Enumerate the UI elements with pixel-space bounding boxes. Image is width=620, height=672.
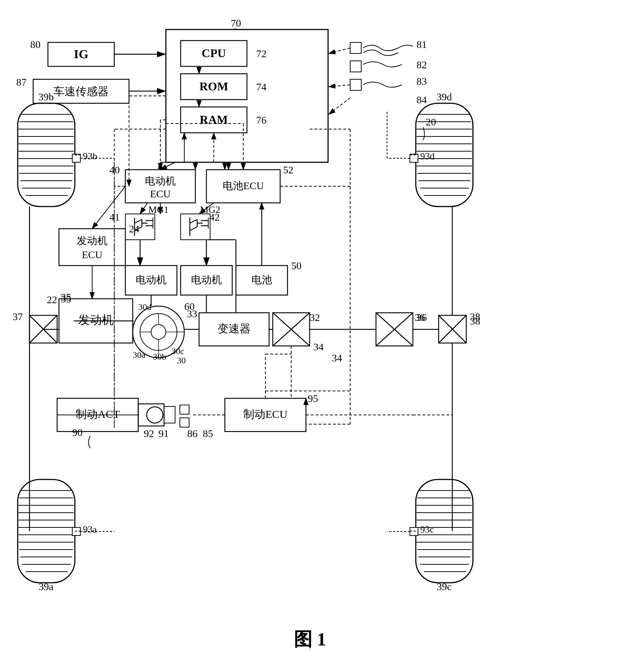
svg-text:电动机: 电动机	[145, 175, 176, 187]
svg-text:91: 91	[159, 428, 169, 439]
svg-text:ROM: ROM	[199, 80, 228, 93]
svg-text:90: 90	[72, 427, 83, 438]
svg-text:85: 85	[203, 428, 213, 439]
svg-text:30d: 30d	[138, 302, 151, 312]
svg-text:ECU: ECU	[150, 188, 171, 200]
svg-rect-120	[18, 103, 75, 207]
svg-line-245	[140, 203, 147, 214]
svg-line-58	[190, 219, 197, 223]
svg-text:81: 81	[417, 39, 427, 50]
svg-text:电动机: 电动机	[191, 274, 222, 285]
svg-text:93b: 93b	[83, 151, 97, 162]
svg-text:制动ECU: 制动ECU	[243, 408, 288, 420]
svg-text:36: 36	[417, 312, 427, 323]
svg-text:52: 52	[283, 164, 293, 176]
svg-text:电池: 电池	[251, 274, 272, 285]
svg-text:30c: 30c	[171, 346, 184, 356]
svg-rect-150	[410, 154, 418, 162]
svg-text:RAM: RAM	[200, 113, 228, 126]
svg-line-244	[92, 186, 125, 229]
svg-text:32: 32	[310, 312, 320, 323]
svg-text:车速传感器: 车速传感器	[53, 85, 109, 97]
svg-text:电池ECU: 电池ECU	[223, 180, 264, 191]
svg-text:变速器: 变速器	[217, 322, 251, 335]
svg-point-185	[147, 407, 163, 423]
svg-text:30: 30	[177, 356, 186, 365]
svg-text:84: 84	[417, 94, 427, 105]
svg-text:93c: 93c	[420, 524, 434, 535]
svg-text:93d: 93d	[420, 151, 435, 162]
svg-line-29	[329, 98, 350, 114]
svg-line-27	[329, 85, 350, 87]
svg-line-22	[329, 48, 350, 53]
svg-rect-186	[164, 406, 175, 423]
svg-rect-134	[72, 154, 80, 162]
svg-text:35: 35	[61, 291, 71, 303]
svg-text:39d: 39d	[436, 91, 452, 103]
svg-rect-184	[138, 404, 164, 426]
svg-rect-25	[350, 79, 361, 90]
svg-text:50: 50	[291, 260, 302, 271]
svg-text:76: 76	[256, 114, 267, 126]
svg-line-48	[135, 219, 142, 223]
svg-text:92: 92	[144, 428, 154, 439]
svg-text:39c: 39c	[437, 581, 452, 592]
figure-label: 图 1	[294, 629, 326, 650]
svg-text:83: 83	[417, 76, 427, 87]
svg-text:发动机: 发动机	[77, 235, 108, 246]
svg-text:95: 95	[308, 393, 318, 404]
svg-text:30b: 30b	[153, 352, 166, 361]
svg-text:72: 72	[256, 48, 267, 59]
svg-text:39a: 39a	[39, 581, 54, 592]
svg-text:70: 70	[231, 17, 241, 29]
svg-text:电动机: 电动机	[136, 274, 167, 285]
svg-rect-187	[180, 405, 189, 414]
svg-text:发动机: 发动机	[78, 313, 114, 326]
svg-point-83	[151, 325, 166, 339]
svg-text:37: 37	[13, 311, 23, 322]
svg-rect-56	[181, 214, 210, 240]
svg-text:93a: 93a	[83, 524, 97, 535]
svg-rect-152	[18, 479, 75, 583]
svg-text:制动ACT: 制动ACT	[76, 408, 120, 420]
svg-text:80: 80	[30, 39, 41, 50]
svg-text:38: 38	[470, 315, 480, 327]
diagram-container: CPU ROM RAM 72 74 76 70 IG 80 车速传感器 87	[0, 0, 620, 672]
svg-text:30a: 30a	[133, 350, 146, 360]
svg-text:MG1: MG1	[149, 204, 169, 215]
svg-text:IG: IG	[74, 47, 88, 61]
svg-text:82: 82	[417, 59, 427, 70]
svg-text:33: 33	[187, 308, 197, 319]
svg-text:34: 34	[313, 341, 324, 353]
svg-text:24: 24	[129, 223, 139, 235]
svg-rect-23	[350, 61, 361, 72]
svg-rect-188	[180, 418, 189, 427]
svg-text:86: 86	[187, 428, 198, 439]
svg-line-59	[190, 227, 197, 231]
svg-rect-20	[350, 42, 361, 53]
diagram-svg: CPU ROM RAM 72 74 76 70 IG 80 车速传感器 87	[0, 0, 620, 672]
svg-text:74: 74	[256, 81, 267, 93]
svg-line-42	[160, 162, 175, 170]
svg-text:22: 22	[47, 294, 57, 305]
svg-text:87: 87	[16, 76, 27, 88]
svg-text:ECU: ECU	[82, 249, 102, 260]
svg-text:39b: 39b	[38, 91, 54, 103]
svg-text:34: 34	[332, 352, 342, 364]
svg-text:CPU: CPU	[202, 46, 226, 60]
